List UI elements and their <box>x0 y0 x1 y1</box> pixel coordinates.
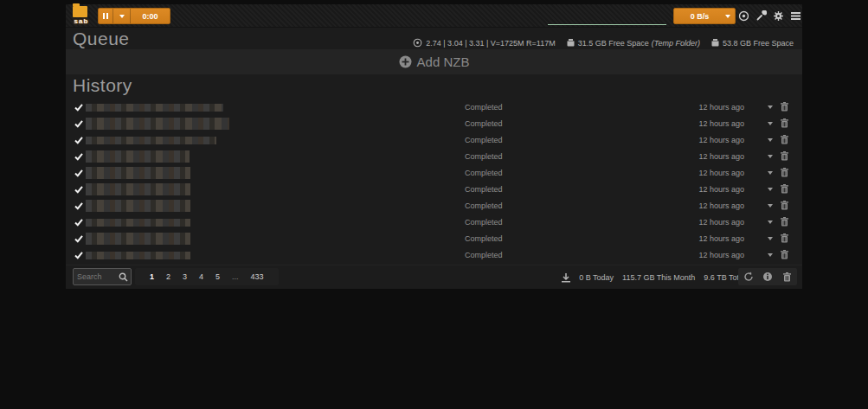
row-dropdown-icon[interactable] <box>768 253 773 257</box>
history-title: History <box>73 75 132 96</box>
history-footer: 1 2 3 4 5 ... 433 0 B Today 115.7 GB Thi… <box>66 265 802 289</box>
load-icon <box>413 38 422 48</box>
search-box <box>73 268 132 285</box>
add-nzb-label: Add NZB <box>417 54 470 69</box>
status-icon[interactable] <box>737 10 749 22</box>
row-dropdown-icon[interactable] <box>768 171 773 175</box>
logo-text: sab <box>70 17 93 25</box>
check-icon <box>74 152 83 161</box>
trash-icon[interactable] <box>781 135 788 144</box>
history-age: 12 hours ago <box>692 152 744 161</box>
history-item-name-redacted <box>86 233 190 245</box>
trash-icon[interactable] <box>781 168 788 177</box>
logo-folder-icon <box>73 6 87 17</box>
search-input[interactable] <box>74 272 115 281</box>
row-dropdown-icon[interactable] <box>768 138 773 142</box>
history-row[interactable]: Completed 12 hours ago <box>66 214 802 231</box>
history-row[interactable]: Completed 12 hours ago <box>66 165 802 182</box>
info-icon[interactable] <box>762 272 773 282</box>
stat-today: 0 B Today <box>579 273 614 282</box>
row-dropdown-icon[interactable] <box>768 155 773 158</box>
pause-icon <box>103 13 108 19</box>
trash-icon[interactable] <box>781 217 788 227</box>
history-item-name-redacted <box>86 219 190 227</box>
check-icon <box>74 201 83 210</box>
trash-icon[interactable] <box>781 272 792 282</box>
check-icon <box>74 218 83 227</box>
history-row[interactable]: Completed 12 hours ago <box>66 149 802 165</box>
chevron-down-icon <box>119 15 125 18</box>
history-status: Completed <box>465 152 503 161</box>
page-button[interactable]: 433 <box>245 272 270 281</box>
page-button[interactable]: 2 <box>160 272 177 281</box>
row-dropdown-icon[interactable] <box>768 237 773 240</box>
row-dropdown-icon[interactable] <box>768 204 773 208</box>
queue-title: Queue <box>73 29 130 49</box>
row-dropdown-icon[interactable] <box>768 188 773 191</box>
history-row[interactable]: Completed 12 hours ago <box>66 116 802 132</box>
row-dropdown-icon[interactable] <box>768 105 773 109</box>
history-row[interactable]: Completed 12 hours ago <box>66 182 802 198</box>
history-item-name-redacted <box>86 252 190 259</box>
navbar-icons <box>737 10 801 22</box>
history-item-name-redacted <box>86 137 216 144</box>
pagination: 1 2 3 4 5 ... 433 <box>135 268 279 285</box>
trash-icon[interactable] <box>781 118 788 128</box>
history-age: 12 hours ago <box>692 119 744 128</box>
menu-icon[interactable] <box>789 10 801 22</box>
history-list: Completed 12 hours ago Completed 12 hour… <box>66 99 802 264</box>
history-age: 12 hours ago <box>692 185 744 194</box>
speed-limit-button[interactable]: 0 B/s <box>673 8 736 24</box>
history-row[interactable]: Completed 12 hours ago <box>66 247 802 264</box>
trash-icon[interactable] <box>781 250 788 259</box>
history-item-name-redacted <box>86 167 190 179</box>
page-button[interactable]: 4 <box>193 272 209 281</box>
trash-icon[interactable] <box>781 233 788 243</box>
history-row[interactable]: Completed 12 hours ago <box>66 231 802 247</box>
free-space-complete: 53.8 GB Free Space <box>710 38 794 48</box>
history-age: 12 hours ago <box>692 169 744 177</box>
download-icon <box>562 273 570 283</box>
load-stats-text: 2.74 | 3.04 | 3.31 | V=1725M R=117M <box>426 39 555 48</box>
history-status: Completed <box>465 103 503 112</box>
history-row[interactable]: Completed 12 hours ago <box>66 198 802 214</box>
pause-button[interactable] <box>99 9 113 23</box>
history-age: 12 hours ago <box>692 251 744 259</box>
history-status: Completed <box>465 185 503 194</box>
pause-timer[interactable]: 0:00 <box>131 9 170 23</box>
page-button[interactable]: 5 <box>209 272 226 281</box>
page-button[interactable]: 1 <box>144 272 160 281</box>
download-stats: 0 B Today 115.7 GB This Month 9.6 TB Tot… <box>562 265 745 290</box>
gear-icon[interactable] <box>772 10 784 22</box>
row-dropdown-icon[interactable] <box>768 122 773 125</box>
trash-icon[interactable] <box>781 151 788 161</box>
history-status: Completed <box>465 136 503 144</box>
check-icon <box>74 234 83 243</box>
history-age: 12 hours ago <box>692 218 744 227</box>
row-dropdown-icon[interactable] <box>768 220 773 224</box>
free-space-temp: 31.5 GB Free Space (Temp Folder) <box>566 38 700 48</box>
add-nzb-button[interactable]: Add NZB <box>66 49 802 74</box>
stat-month: 115.7 GB This Month <box>622 273 695 282</box>
trash-icon[interactable] <box>781 201 788 210</box>
search-icon[interactable] <box>115 269 131 284</box>
trash-icon[interactable] <box>781 102 788 112</box>
speed-value: 0 B/s <box>674 12 725 21</box>
history-item-name-redacted <box>86 118 229 130</box>
check-icon <box>74 185 83 194</box>
sabnzbd-logo[interactable]: sab <box>70 5 93 27</box>
history-row[interactable]: Completed 12 hours ago <box>66 99 802 116</box>
history-item-name-redacted <box>86 104 223 112</box>
history-row[interactable]: Completed 12 hours ago <box>66 132 802 149</box>
page-button[interactable]: 3 <box>177 272 193 281</box>
pause-dropdown-button[interactable] <box>113 9 131 23</box>
refresh-icon[interactable] <box>743 272 754 282</box>
history-status: Completed <box>465 119 503 128</box>
wrench-icon[interactable] <box>755 10 767 22</box>
pause-control-group: 0:00 <box>98 8 170 24</box>
disk-icon <box>710 38 720 48</box>
check-icon <box>74 136 83 144</box>
queue-stats: 2.74 | 3.04 | 3.31 | V=1725M R=117M 31.5… <box>413 38 794 48</box>
trash-icon[interactable] <box>781 184 788 194</box>
history-age: 12 hours ago <box>692 103 744 112</box>
